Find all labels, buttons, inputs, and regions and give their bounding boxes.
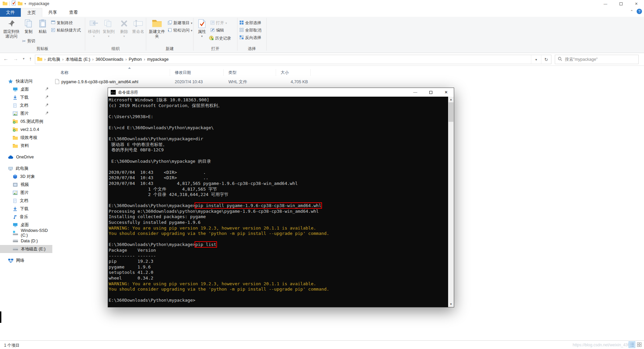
- scroll-up-icon[interactable]: ▲: [448, 97, 454, 102]
- history-button[interactable]: 历史记录: [209, 36, 231, 41]
- scroll-down-icon[interactable]: ▼: [448, 301, 454, 307]
- sidebar-item-下载[interactable]: 下载: [0, 205, 52, 213]
- sidebar-item-ver2-1-0-4[interactable]: ver2.1.0.4: [0, 126, 52, 134]
- command-prompt-window[interactable]: C:\ 命令提示符 — ✕ Microsoft Windows [版本 10.0…: [108, 88, 454, 307]
- copy-to-button[interactable]: 复制到▾: [101, 18, 116, 39]
- qat-dropdown-icon[interactable]: ▾: [24, 2, 26, 5]
- search-input[interactable]: [565, 57, 636, 62]
- ribbon-group-open: 属性▾ 打开▾ 编辑 历史记录 打开: [194, 17, 237, 53]
- sidebar-item-文档[interactable]: 文档: [0, 197, 52, 205]
- column-header-type[interactable]: 类型: [224, 69, 276, 76]
- breadcrumb-item[interactable]: mypackage: [145, 57, 171, 62]
- sidebar-item-桌面[interactable]: 桌面: [0, 221, 52, 229]
- sidebar-item-05-测试用例[interactable]: 05.测试用例: [0, 117, 52, 126]
- terminal-line: [109, 292, 448, 298]
- tab-share[interactable]: 共享: [42, 8, 63, 17]
- copy-path-button[interactable]: 复制路径: [51, 20, 73, 26]
- sidebar-item-下载[interactable]: 下载: [0, 93, 52, 101]
- paste-shortcut-button[interactable]: 粘贴快捷方式: [51, 28, 81, 33]
- breadcrumb-item[interactable]: 360Downloads: [94, 57, 125, 62]
- forward-button[interactable]: →: [13, 56, 18, 61]
- move-to-button[interactable]: 移动到▾: [87, 18, 101, 39]
- scrollbar-thumb[interactable]: [448, 102, 453, 122]
- cmd-maximize-button[interactable]: [423, 88, 438, 97]
- sidebar-item-3d-对象[interactable]: 3D 对象: [0, 172, 52, 181]
- copy-button[interactable]: 复制: [21, 18, 36, 34]
- address-bar[interactable]: ›此电脑›本地磁盘 (E:)›360Downloads›Python›mypac…: [35, 55, 551, 64]
- sidebar-item-文档[interactable]: 文档: [0, 101, 52, 109]
- sidebar-item-本地磁盘-e-[interactable]: 本地磁盘 (E:): [0, 245, 52, 253]
- sidebar-item-资料[interactable]: 资料: [0, 142, 52, 150]
- breadcrumb-item[interactable]: Python: [127, 57, 144, 62]
- sidebar-item-label: 此电脑: [16, 166, 29, 171]
- rename-button[interactable]: 重命名: [131, 18, 146, 34]
- column-header-size[interactable]: 大小: [276, 69, 311, 76]
- tab-view[interactable]: 查看: [63, 8, 84, 17]
- tab-file[interactable]: 文件: [0, 8, 21, 17]
- breadcrumb-item[interactable]: 本地磁盘 (E:): [64, 57, 93, 62]
- cmd-close-button[interactable]: ✕: [438, 88, 454, 97]
- item-count: 1 个项目: [4, 343, 19, 348]
- select-all-button[interactable]: 全部选择: [239, 20, 261, 26]
- details-view-button[interactable]: [629, 341, 635, 348]
- cmd-scrollbar[interactable]: ▲ ▼: [448, 97, 454, 307]
- address-dropdown-icon[interactable]: ▾: [531, 55, 541, 64]
- terminal-text: Successfully installed pygame-1.9.6: [109, 220, 201, 225]
- file-size: 4,705 KB: [276, 80, 311, 84]
- qat-new-folder-icon[interactable]: [18, 1, 22, 7]
- sidebar-item-网络[interactable]: 网络: [0, 256, 52, 264]
- sidebar-item-视频[interactable]: 视频: [0, 181, 52, 189]
- collapse-ribbon-icon[interactable]: ⌃: [630, 9, 633, 14]
- terminal-line: E:\360Downloads\Python\mypackage 的目录: [109, 159, 448, 164]
- sidebar-item-此电脑[interactable]: 此电脑: [0, 164, 52, 172]
- recent-locations-icon[interactable]: ▾: [23, 57, 24, 60]
- properties-button[interactable]: 属性▾: [195, 18, 209, 39]
- column-header-date[interactable]: 修改日期: [170, 69, 224, 76]
- back-button[interactable]: ←: [3, 56, 8, 61]
- ribbon: 固定到快速访问 复制 粘贴 复制路径 粘贴快捷方式 ✂ 剪切 剪贴板 移动到▾: [0, 17, 644, 53]
- sidebar-item-桌面[interactable]: 桌面: [0, 85, 52, 93]
- terminal-line: 2020/07/04 10:43 <DIR> .: [109, 170, 448, 176]
- sidebar-item-图片[interactable]: 图片: [0, 109, 52, 117]
- sidebar-item-音乐[interactable]: 音乐: [0, 213, 52, 221]
- cut-button[interactable]: ✂ 剪切: [22, 38, 35, 44]
- sidebar-item-windows-ssd-c-[interactable]: Windows-SSD (C:): [0, 229, 52, 237]
- pin-to-quick-access-button[interactable]: 固定到快速访问: [2, 18, 21, 39]
- thumbnails-view-button[interactable]: [636, 341, 643, 348]
- open-button[interactable]: 打开▾: [210, 20, 227, 26]
- up-button[interactable]: ↑: [29, 56, 32, 61]
- button-label: 新建项目: [173, 20, 190, 26]
- search-box[interactable]: [555, 55, 639, 64]
- sidebar-item-图片[interactable]: 图片: [0, 189, 52, 197]
- edit-button[interactable]: 编辑: [210, 28, 224, 33]
- cmd-titlebar[interactable]: C:\ 命令提示符 — ✕: [108, 88, 454, 97]
- terminal-text: Processing e:\360downloads\python\mypack…: [109, 209, 319, 214]
- breadcrumb-item[interactable]: 此电脑: [46, 57, 62, 62]
- paste-button[interactable]: 粘贴: [36, 18, 50, 34]
- file-row[interactable]: pygame-1.9.6-cp38-cp38-win_amd64.whl 202…: [52, 78, 644, 86]
- delete-button[interactable]: 删除▾: [117, 18, 131, 39]
- invert-selection-button[interactable]: 反向选择: [239, 35, 261, 41]
- new-item-button[interactable]: 新建项目▾: [168, 20, 193, 26]
- tab-home[interactable]: 主页: [21, 8, 42, 17]
- network-icon: [8, 258, 13, 263]
- copy-to-icon: [104, 18, 113, 29]
- terminal-line: 卷的序列号是 0BF8-12C9: [109, 147, 448, 153]
- minimize-button[interactable]: —: [598, 0, 613, 7]
- easy-access-button[interactable]: 轻松访问▾: [168, 28, 193, 33]
- invert-selection-icon: [239, 35, 244, 41]
- sidebar-item-绩效考核[interactable]: 绩效考核: [0, 134, 52, 142]
- select-none-button[interactable]: 全部取消: [239, 28, 261, 33]
- sidebar-item-onedrive[interactable]: OneDrive: [0, 153, 52, 161]
- help-icon[interactable]: ?: [637, 9, 642, 14]
- sidebar-item-快速访问[interactable]: 快速访问: [0, 77, 52, 85]
- close-button[interactable]: ✕: [629, 0, 644, 7]
- terminal-output[interactable]: Microsoft Windows [版本 10.0.18363.900](c)…: [109, 97, 448, 307]
- column-header-name[interactable]: 名称: [52, 69, 170, 76]
- maximize-button[interactable]: [613, 0, 629, 7]
- qat-properties-icon[interactable]: [12, 1, 16, 7]
- sidebar-item-data-d-[interactable]: Data (D:): [0, 237, 52, 245]
- new-folder-button[interactable]: 新建文件夹: [148, 18, 166, 39]
- refresh-icon[interactable]: ↻: [541, 55, 551, 64]
- cmd-minimize-button[interactable]: —: [408, 88, 423, 97]
